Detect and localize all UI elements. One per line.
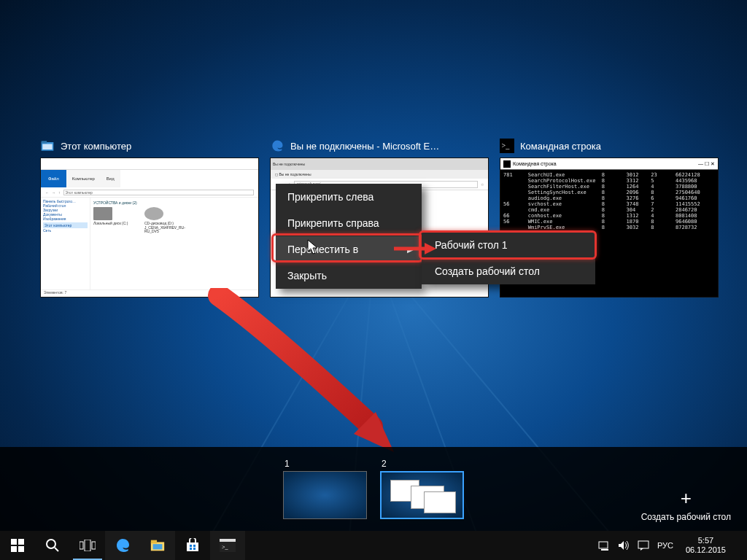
- svg-rect-8: [11, 539, 17, 545]
- taskbar-explorer[interactable]: [140, 531, 175, 560]
- taskbar-cmd[interactable]: >_: [210, 531, 245, 560]
- svg-rect-20: [187, 542, 198, 551]
- window-title: Этот компьютер: [61, 141, 131, 152]
- ctx-pin-right[interactable]: Прикрепить справа: [276, 210, 422, 236]
- ctx-move-to[interactable]: Переместить в ▶: [276, 236, 422, 262]
- svg-rect-28: [599, 542, 608, 548]
- svg-rect-10: [11, 546, 17, 552]
- tray-network-icon[interactable]: [598, 540, 610, 551]
- tray-language[interactable]: РУС: [657, 541, 673, 550]
- svg-rect-11: [18, 546, 24, 552]
- virtual-desktop-2[interactable]: 2: [380, 459, 464, 519]
- ctx-pin-left[interactable]: Прикрепить слева: [276, 184, 422, 210]
- svg-rect-19: [153, 544, 163, 549]
- svg-marker-30: [619, 541, 624, 550]
- ribbon-tab-file: Файл: [41, 170, 66, 187]
- svg-text:>_: >_: [502, 141, 511, 149]
- svg-rect-22: [193, 545, 196, 547]
- search-button[interactable]: [35, 531, 70, 560]
- ribbon-tab-computer: Компьютер: [66, 170, 101, 187]
- tray-clock[interactable]: 5:57 06.12.2015: [681, 536, 730, 555]
- svg-rect-24: [193, 548, 196, 550]
- svg-rect-2: [42, 144, 52, 150]
- tray-notifications-icon[interactable]: [638, 540, 649, 551]
- svg-rect-31: [638, 541, 649, 548]
- cmd-icon: >_: [500, 139, 514, 153]
- svg-point-12: [47, 540, 55, 548]
- plus-icon: +: [641, 489, 731, 508]
- taskview-window-explorer[interactable]: Этот компьютер Файл Компьютер Вид ←→↑Это…: [40, 139, 259, 298]
- taskbar-store[interactable]: [175, 531, 210, 560]
- start-button[interactable]: [0, 531, 35, 560]
- ctx-close[interactable]: Закрыть: [276, 262, 422, 289]
- taskbar-edge[interactable]: [105, 531, 140, 560]
- cmd-output: 781 SearchUI.exe 8 3012 23 66224128 Sear…: [500, 170, 718, 239]
- context-submenu: Рабочий стол 1 Создать рабочий стол: [422, 232, 595, 284]
- svg-rect-15: [85, 540, 90, 551]
- window-title: Командная строка: [520, 141, 601, 152]
- svg-rect-23: [190, 548, 192, 550]
- chevron-right-icon: ▶: [407, 245, 413, 254]
- new-desktop-button[interactable]: + Создать рабочий стол: [641, 489, 731, 522]
- taskbar: >_ РУС 5:57 06.12.2015: [0, 531, 747, 560]
- system-tray: РУС 5:57 06.12.2015: [594, 531, 747, 560]
- svg-line-13: [55, 548, 58, 551]
- context-menu: Прикрепить слева Прикрепить справа Перем…: [276, 184, 422, 289]
- taskview-button[interactable]: [70, 531, 105, 560]
- window-title: Вы не подключены - Microsoft E…: [290, 141, 439, 152]
- svg-text:>_: >_: [222, 544, 229, 551]
- svg-rect-16: [92, 542, 96, 549]
- ribbon-tab-view: Вид: [101, 170, 120, 187]
- svg-rect-29: [601, 549, 608, 551]
- svg-rect-9: [18, 539, 24, 545]
- explorer-icon: [40, 139, 55, 153]
- virtual-desktop-strip: 1 2: [0, 447, 747, 531]
- annotation-big-arrow-icon: [204, 288, 423, 463]
- svg-rect-21: [190, 545, 192, 547]
- edge-icon: [270, 139, 285, 153]
- submenu-desktop1[interactable]: Рабочий стол 1: [422, 232, 595, 258]
- svg-rect-14: [80, 542, 83, 549]
- tray-volume-icon[interactable]: [618, 540, 630, 551]
- svg-rect-26: [220, 539, 236, 542]
- svg-rect-18: [151, 540, 157, 544]
- svg-rect-1: [42, 141, 47, 143]
- submenu-new-desktop[interactable]: Создать рабочий стол: [422, 258, 595, 284]
- virtual-desktop-1[interactable]: 1: [283, 459, 367, 519]
